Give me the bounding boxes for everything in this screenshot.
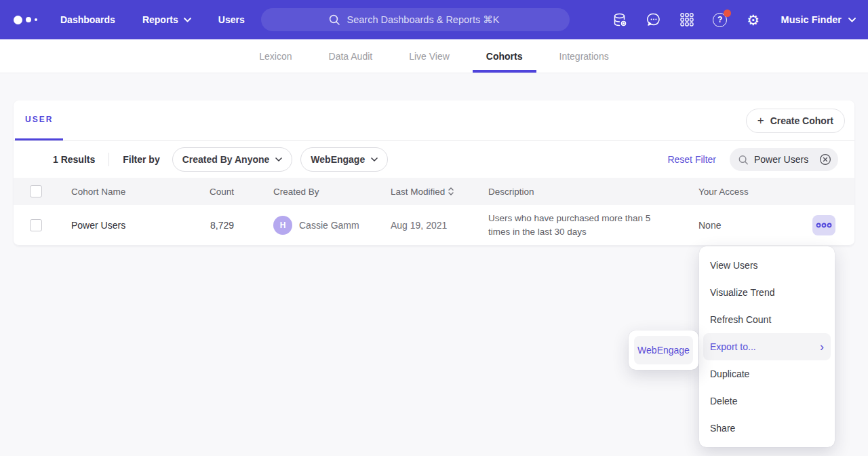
table-row[interactable]: Power Users 8,729 H Cassie Gamm Aug 19, … xyxy=(14,205,854,246)
description-cell: Users who have purchased more than 5 tim… xyxy=(488,212,698,238)
reset-filter-link[interactable]: Reset Filter xyxy=(667,154,716,165)
nav-item-label: Reports xyxy=(142,14,178,25)
clear-search-icon[interactable] xyxy=(819,153,831,166)
top-nav-actions: ? ⚙ Music Finder xyxy=(612,0,856,39)
section-tabs: Lexicon Data Audit Live View Cohorts Int… xyxy=(0,39,868,73)
project-name: Music Finder xyxy=(781,14,842,25)
results-count: 1 Results xyxy=(53,154,95,165)
nav-item-label: Dashboards xyxy=(60,14,115,25)
column-header-access: Your Access xyxy=(698,187,812,197)
last-modified-cell: Aug 19, 2021 xyxy=(391,220,488,231)
submenu-item-webengage[interactable]: WebEngage xyxy=(634,336,693,364)
created-by-filter-dropdown[interactable]: Created By Anyone xyxy=(172,147,293,172)
column-header-name: Cohort Name xyxy=(71,187,193,197)
select-all-checkbox[interactable] xyxy=(30,185,42,197)
project-selector[interactable]: Music Finder xyxy=(781,14,856,25)
created-by-cell: H Cassie Gamm xyxy=(273,216,391,235)
three-circles-icon xyxy=(815,222,833,229)
cohort-search-input[interactable] xyxy=(754,154,814,165)
nav-item-reports[interactable]: Reports xyxy=(142,14,191,25)
top-nav: Dashboards Reports Users xyxy=(0,0,868,39)
menu-item-refresh-count[interactable]: Refresh Count xyxy=(699,306,835,333)
data-management-icon[interactable] xyxy=(612,12,629,28)
export-submenu: WebEngage xyxy=(629,330,698,370)
chevron-down-icon xyxy=(184,18,191,22)
apps-grid-icon[interactable] xyxy=(679,12,695,28)
global-search-bar[interactable] xyxy=(261,8,570,31)
cohort-name-cell[interactable]: Power Users xyxy=(71,220,193,231)
chevron-down-icon xyxy=(371,157,378,162)
tab-data-audit[interactable]: Data Audit xyxy=(315,39,387,73)
cohorts-card: USER + Create Cohort 1 Results Filter by… xyxy=(14,100,854,246)
settings-gear-icon[interactable]: ⚙ xyxy=(745,12,762,28)
row-context-menu: View Users Visualize Trend Refresh Count… xyxy=(699,246,835,447)
card-header: USER + Create Cohort xyxy=(14,100,854,141)
column-header-description: Description xyxy=(488,187,698,197)
created-by-name: Cassie Gamm xyxy=(299,220,359,231)
chevron-down-icon xyxy=(848,18,856,22)
notification-dot xyxy=(724,10,731,17)
filter-toolbar: 1 Results Filter by Created By Anyone We… xyxy=(14,141,854,178)
chevron-down-icon xyxy=(275,157,282,162)
nav-item-dashboards[interactable]: Dashboards xyxy=(60,14,115,25)
tab-integrations[interactable]: Integrations xyxy=(546,39,623,73)
menu-item-share[interactable]: Share xyxy=(699,415,835,442)
chat-icon[interactable] xyxy=(646,12,662,28)
avatar: H xyxy=(273,216,292,235)
table-header-row: Cohort Name Count Created By Last Modifi… xyxy=(14,178,854,205)
menu-item-visualize-trend[interactable]: Visualize Trend xyxy=(699,279,835,306)
column-header-last-modified[interactable]: Last Modified xyxy=(391,187,454,197)
tab-live-view[interactable]: Live View xyxy=(395,39,463,73)
cohort-search-box[interactable] xyxy=(730,148,838,171)
row-checkbox[interactable] xyxy=(30,219,42,231)
search-icon xyxy=(738,154,749,166)
active-tab-underline xyxy=(473,70,536,73)
chevron-right-icon: › xyxy=(820,341,824,353)
sort-icon xyxy=(448,187,454,195)
menu-item-duplicate[interactable]: Duplicate xyxy=(699,360,835,387)
user-cohorts-tab[interactable]: USER xyxy=(15,100,63,140)
source-filter-dropdown[interactable]: WebEngage xyxy=(300,147,388,172)
search-icon xyxy=(328,14,340,26)
tab-lexicon[interactable]: Lexicon xyxy=(245,39,305,73)
plus-icon: + xyxy=(757,115,764,126)
create-cohort-button[interactable]: + Create Cohort xyxy=(746,109,845,133)
row-more-options-button[interactable] xyxy=(812,215,835,235)
count-cell: 8,729 xyxy=(193,220,273,231)
nav-item-users[interactable]: Users xyxy=(218,14,245,25)
column-header-count: Count xyxy=(193,187,273,197)
nav-item-label: Users xyxy=(218,14,245,25)
help-icon[interactable]: ? xyxy=(712,12,728,28)
filter-by-label: Filter by xyxy=(123,154,159,165)
mixpanel-logo-icon[interactable] xyxy=(14,16,37,24)
menu-item-view-users[interactable]: View Users xyxy=(699,252,835,279)
menu-item-delete[interactable]: Delete xyxy=(699,387,835,415)
access-cell: None xyxy=(698,220,812,231)
global-search-input[interactable] xyxy=(347,14,503,25)
divider xyxy=(108,153,109,166)
tab-cohorts[interactable]: Cohorts xyxy=(473,39,536,73)
column-header-created-by: Created By xyxy=(273,187,391,197)
menu-item-export-to[interactable]: Export to... › xyxy=(703,333,831,360)
